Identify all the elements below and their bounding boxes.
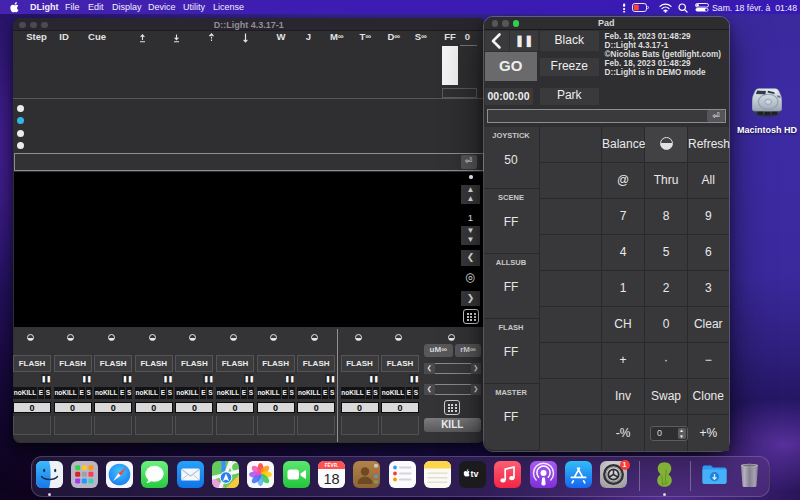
svg-text:FÉVR.: FÉVR. bbox=[325, 461, 339, 468]
svg-text:tv: tv bbox=[471, 468, 479, 478]
svg-text:18: 18 bbox=[323, 470, 339, 486]
